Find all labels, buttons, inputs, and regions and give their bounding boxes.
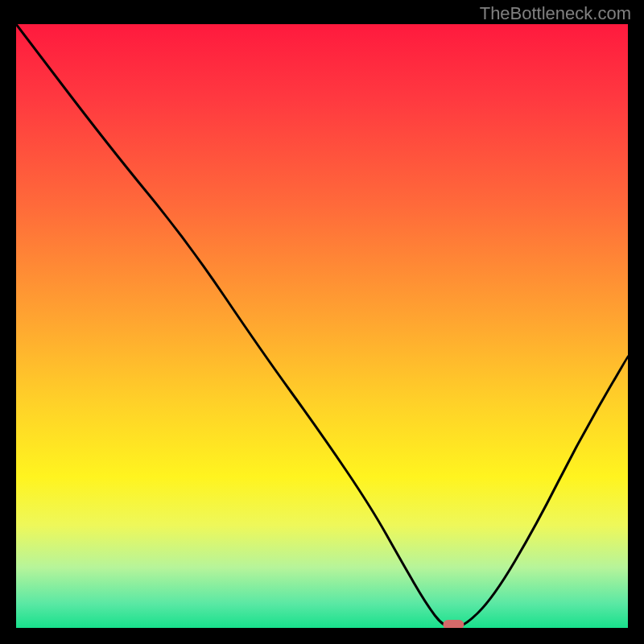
- optimal-point-marker: [443, 620, 464, 628]
- plot-area: [16, 24, 628, 628]
- chart-frame: TheBottleneck.com: [0, 0, 644, 644]
- watermark-text: TheBottleneck.com: [480, 3, 631, 24]
- gradient-background: [16, 24, 628, 628]
- chart-svg: [16, 24, 628, 628]
